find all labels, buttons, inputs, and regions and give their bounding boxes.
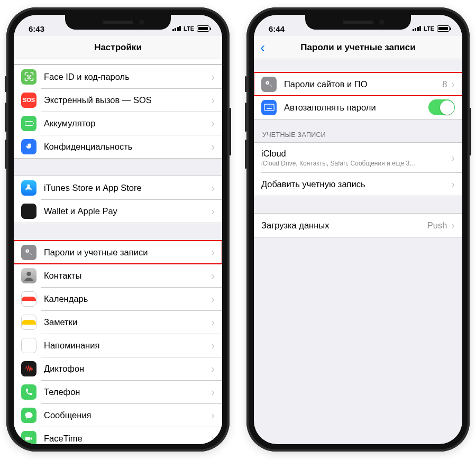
- row-reminders[interactable]: Напоминания ›: [14, 334, 222, 357]
- chevron-right-icon: ›: [211, 339, 215, 352]
- row-label: iCloud: [261, 149, 450, 159]
- row-autofill[interactable]: Автозаполнять пароли: [254, 96, 462, 119]
- row-label: Сообщения: [44, 410, 210, 420]
- row-faceid[interactable]: Face ID и код-пароль ›: [14, 65, 222, 88]
- privacy-icon: [21, 139, 36, 154]
- chevron-right-icon: ›: [211, 71, 215, 83]
- autofill-toggle[interactable]: [428, 99, 455, 115]
- phone-icon: [21, 384, 36, 400]
- row-contacts[interactable]: Контакты ›: [14, 264, 222, 287]
- chevron-right-icon: ›: [451, 152, 455, 164]
- signal-icon: [172, 26, 181, 31]
- row-add-account[interactable]: Добавить учетную запись ›: [254, 172, 462, 196]
- sos-icon: SOS: [21, 93, 36, 108]
- row-label: Заметки: [44, 317, 210, 327]
- navbar: ‹ Пароли и учетные записи: [254, 36, 462, 59]
- row-label: Контакты: [44, 271, 210, 281]
- chevron-right-icon: ›: [211, 363, 215, 375]
- svg-point-3: [27, 250, 28, 251]
- row-phone[interactable]: Телефон ›: [14, 380, 222, 403]
- row-messages[interactable]: Сообщения ›: [14, 403, 222, 427]
- status-time: 6:43: [29, 24, 44, 33]
- phone-right: 6:44 LTE ‹ Пароли и учетные записи Парол…: [246, 7, 470, 452]
- chevron-right-icon: ›: [211, 386, 215, 398]
- row-label: Добавить учетную запись: [261, 179, 450, 189]
- row-fetch[interactable]: Загрузка данных Push ›: [254, 214, 462, 237]
- row-battery[interactable]: Аккумулятор ›: [14, 112, 222, 135]
- phone-left: 6:43 LTE Настройки: [6, 7, 230, 452]
- chevron-right-icon: ›: [211, 433, 215, 445]
- row-sos[interactable]: SOS Экстренный вызов — SOS ›: [14, 88, 222, 112]
- notch: [305, 15, 411, 30]
- notch: [65, 15, 171, 30]
- chevron-right-icon: ›: [211, 409, 215, 421]
- back-button[interactable]: ‹: [257, 36, 268, 59]
- chevron-right-icon: ›: [451, 178, 455, 190]
- svg-rect-8: [264, 104, 273, 111]
- key-icon: [21, 245, 36, 260]
- svg-rect-5: [25, 436, 30, 440]
- row-label: Пароли и учетные записи: [44, 247, 210, 257]
- chevron-right-icon: ›: [211, 246, 215, 259]
- chevron-right-icon: ›: [211, 141, 215, 153]
- navbar-title: Пароли и учетные записи: [300, 42, 415, 53]
- battery-icon: [197, 25, 209, 32]
- svg-point-1: [30, 76, 31, 76]
- navbar-title: Настройки: [94, 42, 142, 53]
- key-icon: [261, 77, 277, 92]
- row-label: iTunes Store и App Store: [44, 183, 210, 193]
- row-label: Загрузка данных: [261, 220, 427, 231]
- row-label: Экстренный вызов — SOS: [44, 95, 210, 105]
- row-wallet[interactable]: Wallet и Apple Pay ›: [14, 199, 222, 223]
- chevron-right-icon: ›: [211, 94, 215, 106]
- row-icloud[interactable]: iCloud iCloud Drive, Контакты, Safari, С…: [254, 143, 462, 172]
- status-time: 6:44: [269, 24, 285, 33]
- row-voicememo[interactable]: Диктофон ›: [14, 357, 222, 380]
- row-label: Напоминания: [44, 341, 210, 351]
- accounts-header: УЧЕТНЫЕ ЗАПИСИ: [254, 119, 462, 142]
- svg-point-7: [267, 82, 268, 83]
- chevron-right-icon: ›: [211, 293, 215, 305]
- keyboard-icon: [261, 100, 277, 115]
- appstore-icon: [21, 180, 36, 196]
- signal-icon: [413, 26, 422, 31]
- row-label: Wallet и Apple Pay: [44, 206, 210, 216]
- row-notes[interactable]: Заметки ›: [14, 310, 222, 334]
- chevron-right-icon: ›: [211, 316, 215, 328]
- row-sublabel: iCloud Drive, Контакты, Safari, Сообщени…: [261, 160, 450, 167]
- row-itunes[interactable]: iTunes Store и App Store ›: [14, 176, 222, 199]
- network-label: LTE: [424, 25, 434, 32]
- row-detail: 8: [442, 79, 447, 89]
- row-calendar[interactable]: Календарь ›: [14, 287, 222, 310]
- row-privacy[interactable]: Конфиденциальность ›: [14, 135, 222, 158]
- row-label: Календарь: [44, 294, 210, 304]
- row-site-passwords[interactable]: Пароли сайтов и ПО 8 ›: [254, 72, 462, 96]
- wallet-icon: [21, 204, 36, 219]
- notes-icon: [21, 315, 36, 330]
- reminders-icon: [21, 338, 36, 353]
- svg-point-4: [26, 271, 31, 275]
- row-label: Телефон: [44, 387, 210, 397]
- svg-point-0: [27, 76, 28, 76]
- navbar: Настройки: [14, 36, 222, 59]
- network-label: LTE: [184, 25, 194, 32]
- chevron-right-icon: ›: [451, 78, 455, 90]
- facetime-icon: [21, 431, 36, 445]
- row-label: Конфиденциальность: [44, 142, 210, 152]
- row-detail: Push: [427, 220, 447, 231]
- faceid-icon: [21, 69, 36, 85]
- battery-settings-icon: [21, 116, 36, 131]
- row-passwords[interactable]: Пароли и учетные записи ›: [14, 241, 222, 264]
- battery-icon: [437, 25, 450, 32]
- chevron-right-icon: ›: [211, 205, 215, 217]
- chevron-right-icon: ›: [211, 117, 215, 130]
- chevron-right-icon: ›: [451, 219, 455, 232]
- calendar-icon: [21, 291, 36, 307]
- row-facetime[interactable]: FaceTime ›: [14, 427, 222, 444]
- row-label: Face ID и код-пароль: [44, 72, 210, 82]
- messages-icon: [21, 408, 36, 423]
- row-label: Диктофон: [44, 364, 210, 374]
- contacts-icon: [21, 268, 36, 283]
- row-label: Пароли сайтов и ПО: [284, 79, 442, 89]
- chevron-right-icon: ›: [211, 182, 215, 194]
